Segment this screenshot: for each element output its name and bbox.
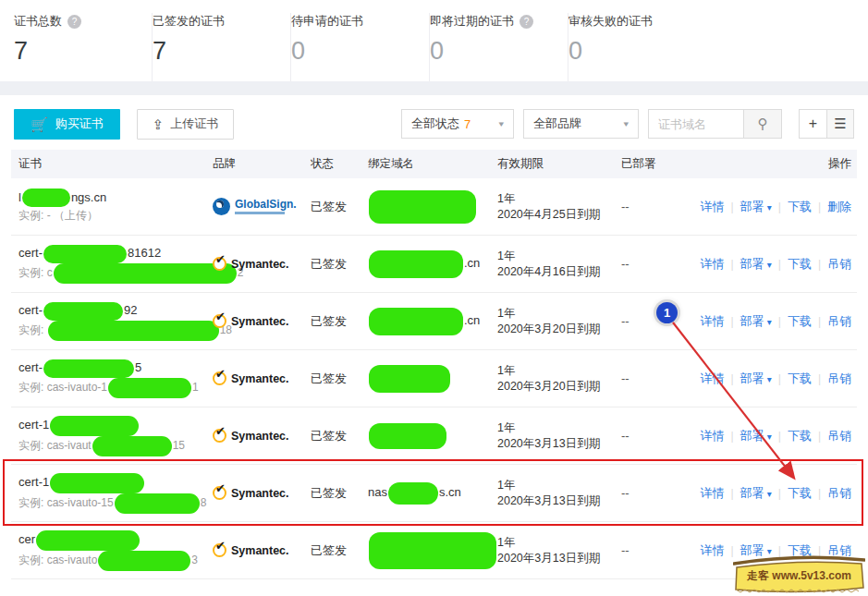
hamburger-icon: ☰ [834, 116, 846, 132]
help-icon[interactable]: ? [67, 15, 81, 29]
operations-cell: 详情|部署▾|下载|吊销 [699, 428, 857, 444]
search-button[interactable]: ⚲ [743, 110, 781, 138]
action-link-部署[interactable]: 部署▾ [740, 199, 772, 215]
operations-cell: 详情|部署▾|下载|删除 [699, 199, 857, 215]
validity-date: 2020年3月20日到期 [497, 322, 621, 337]
validity-cell: 1年2020年3月20日到期 [497, 306, 621, 337]
domain-cell [368, 532, 497, 569]
deployed-value: -- [621, 314, 630, 328]
help-icon[interactable]: ? [520, 15, 533, 29]
action-link-详情[interactable]: 详情 [701, 199, 725, 215]
text-fragment: 实例: cas-ivauto-1 [18, 381, 107, 394]
link-separator: | [818, 315, 821, 328]
deployed-cell: -- [621, 543, 699, 557]
deployed-value: -- [621, 200, 630, 213]
validity-term: 1年 [497, 478, 621, 493]
list-view-button[interactable]: ☰ [826, 110, 853, 138]
symantec-text: Symantec. [231, 544, 289, 557]
cert-cell: cert-5实例: cas-ivauto-11 [11, 359, 213, 398]
validity-term: 1年 [497, 420, 621, 436]
action-link-删除[interactable]: 删除 [827, 199, 851, 215]
redaction-blob [369, 532, 496, 569]
upload-icon: ⇪ [153, 117, 165, 131]
action-link-部署[interactable]: 部署▾ [740, 371, 772, 387]
column-header-0: 证书 [11, 156, 213, 172]
cert-cell: cert-1实例: cas-ivaut15 [11, 416, 213, 456]
cert-instance: 实例: cas-ivauto-158 [18, 493, 213, 514]
certificate-panel: 🛒 购买证书 ⇪ 上传证书 全部状态 7 ▾ 全部品牌 ▾ ⚲ [0, 95, 868, 596]
deployed-cell: -- [621, 429, 699, 443]
brand-filter-select[interactable]: 全部品牌 ▾ [523, 109, 639, 139]
redaction-blob [43, 245, 127, 263]
text-fragment: s.cn [439, 485, 461, 499]
checkmark-icon: ✔ [215, 252, 226, 266]
cert-name: lngs.cn [18, 189, 213, 208]
action-link-详情[interactable]: 详情 [701, 256, 725, 273]
operations-links: 详情|部署▾|下载|吊销 [701, 256, 851, 273]
action-link-吊销[interactable]: 吊销 [827, 485, 851, 502]
action-link-部署[interactable]: 部署▾ [740, 485, 772, 502]
status-cell: 已签发 [311, 371, 368, 387]
action-link-详情[interactable]: 详情 [701, 371, 725, 387]
validity-cell: 1年2020年3月20日到期 [497, 363, 621, 395]
action-link-下载[interactable]: 下载 [788, 428, 812, 444]
link-separator: | [818, 258, 821, 271]
stat-label-text: 待申请的证书 [291, 13, 363, 30]
cert-instance: 实例: cas-ivauto-11 [18, 378, 213, 398]
action-link-详情[interactable]: 详情 [701, 542, 725, 559]
link-separator: | [818, 430, 821, 443]
validity-term: 1年 [497, 306, 621, 322]
action-link-详情[interactable]: 详情 [701, 313, 725, 330]
validity-cell: 1年2020年4月25日到期 [497, 191, 621, 223]
domain-cell: .cn [368, 250, 497, 278]
link-separator: | [731, 487, 734, 500]
link-separator: | [778, 315, 781, 328]
link-separator: | [818, 487, 821, 500]
action-link-吊销[interactable]: 吊销 [827, 313, 851, 330]
domain-cell [368, 423, 497, 449]
action-link-下载[interactable]: 下载 [788, 485, 812, 502]
buy-certificate-button[interactable]: 🛒 购买证书 [14, 109, 120, 140]
stat-label: 待申请的证书 [291, 13, 420, 30]
chevron-down-icon: ▾ [599, 119, 629, 128]
action-link-下载[interactable]: 下载 [788, 199, 812, 215]
action-link-部署[interactable]: 部署▾ [740, 428, 772, 444]
operations-links: 详情|部署▾|下载|吊销 [701, 428, 851, 444]
domain-cell [368, 365, 497, 393]
action-link-部署[interactable]: 部署▾ [740, 256, 772, 273]
action-link-下载[interactable]: 下载 [788, 256, 812, 273]
status-filter-select[interactable]: 全部状态 7 ▾ [401, 109, 514, 139]
upload-certificate-button[interactable]: ⇪ 上传证书 [137, 109, 235, 140]
checkmark-icon: ✔ [215, 310, 226, 323]
table-settings-group: + ☰ [799, 109, 854, 139]
customize-columns-button[interactable]: + [800, 110, 826, 138]
validity-date: 2020年3月13日到期 [497, 436, 621, 452]
action-link-下载[interactable]: 下载 [788, 371, 812, 387]
text-fragment: 1 [192, 381, 199, 394]
column-header-1: 品牌 [213, 156, 311, 172]
cert-table-body: lngs.cn实例: - （上传）GlobalSign.已签发1年2020年4月… [11, 178, 857, 579]
text-fragment: 8 [201, 496, 207, 509]
action-link-吊销[interactable]: 吊销 [827, 256, 851, 273]
action-link-详情[interactable]: 详情 [701, 428, 725, 444]
validity-cell: 1年2020年3月13日到期 [497, 535, 621, 566]
chevron-down-icon: ▾ [767, 317, 772, 327]
stat-label: 已签发的证书 [153, 13, 281, 30]
action-link-部署[interactable]: 部署▾ [740, 313, 772, 330]
search-input[interactable] [649, 110, 743, 138]
column-header-6: 操作 [699, 156, 857, 172]
brand-cell: ✔Symantec. [213, 371, 311, 385]
checkmark-icon: ✔ [215, 481, 226, 495]
upload-certificate-label: 上传证书 [170, 116, 218, 132]
status-cell: 已签发 [311, 199, 368, 215]
action-link-吊销[interactable]: 吊销 [827, 371, 851, 387]
section-divider [0, 81, 868, 95]
table-header-row: 证书品牌状态绑定域名有效期限已部署操作 [11, 150, 857, 178]
text-fragment: cert-1 [18, 475, 49, 489]
action-link-下载[interactable]: 下载 [788, 313, 812, 330]
column-header-5: 已部署 [621, 156, 699, 172]
action-link-详情[interactable]: 详情 [701, 485, 725, 502]
action-link-吊销[interactable]: 吊销 [827, 428, 851, 444]
cert-instance: 实例: - （上传） [18, 207, 213, 225]
validity-date: 2020年3月13日到期 [497, 493, 621, 509]
